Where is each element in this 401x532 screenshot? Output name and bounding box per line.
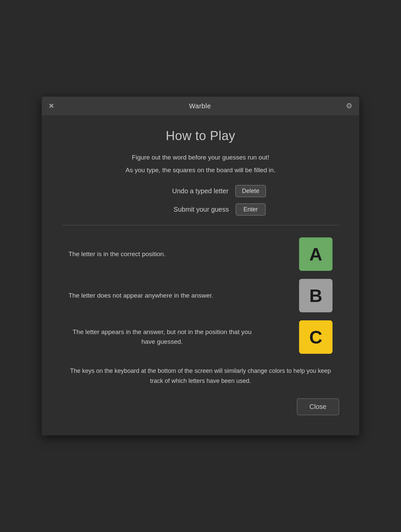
intro-line-1: Figure out the word before your guesses … [62, 152, 339, 163]
yellow-tile: C [299, 320, 332, 354]
intro-line-2: As you type, the squares on the board wi… [62, 165, 339, 175]
close-button[interactable]: Close [297, 398, 339, 415]
example-row-yellow: The letter appears in the answer, but no… [62, 320, 339, 354]
keyboard-note: The keys on the keyboard at the bottom o… [62, 366, 339, 386]
page-title: How to Play [62, 129, 339, 143]
delete-key-badge: Delete [235, 185, 266, 197]
divider [62, 225, 339, 225]
example-row-green: The letter is in the correct position. A [62, 237, 339, 271]
instructions-area: Undo a typed letter Delete Submit your g… [62, 185, 339, 216]
submit-label: Submit your guess [135, 206, 229, 213]
enter-key-badge: Enter [236, 203, 266, 216]
main-content: How to Play Figure out the word before y… [42, 115, 359, 435]
green-example-text: The letter is in the correct position. [69, 249, 165, 259]
undo-label: Undo a typed letter [135, 187, 229, 195]
gray-example-text: The letter does not appear anywhere in t… [69, 291, 213, 301]
yellow-example-text: The letter appears in the answer, but no… [69, 327, 256, 346]
close-icon[interactable]: ✕ [48, 103, 54, 109]
footer: Close [62, 398, 339, 419]
gray-tile: B [299, 279, 332, 312]
instruction-row-enter: Submit your guess Enter [62, 203, 339, 216]
gear-icon[interactable]: ⚙ [346, 102, 353, 110]
example-row-gray: The letter does not appear anywhere in t… [62, 279, 339, 312]
green-tile: A [299, 237, 332, 271]
instruction-row-delete: Undo a typed letter Delete [62, 185, 339, 197]
app-window: ✕ Warble ⚙ How to Play Figure out the wo… [42, 97, 359, 435]
color-examples: The letter is in the correct position. A… [62, 237, 339, 354]
app-title: Warble [189, 102, 211, 110]
titlebar: ✕ Warble ⚙ [42, 97, 359, 115]
